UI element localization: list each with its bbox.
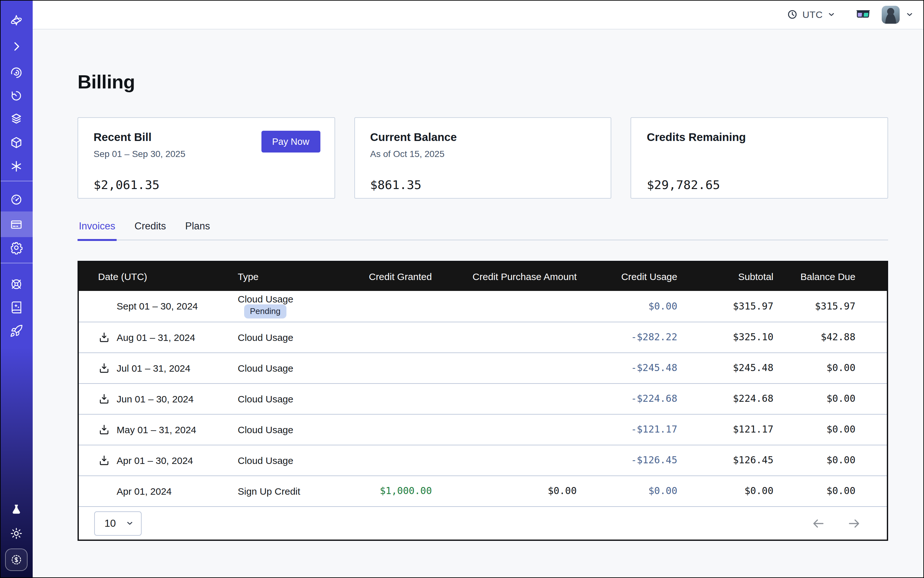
column-header-credit-granted: Credit Granted	[337, 262, 432, 291]
balance-due-value: $0.00	[773, 383, 887, 414]
download-invoice-button[interactable]	[98, 393, 111, 405]
billing-card-icon[interactable]	[0, 211, 32, 237]
summary-cards: Recent Bill Sep 01 – Sep 30, 2025 $2,061…	[78, 117, 888, 199]
arrow-left-icon	[811, 516, 825, 530]
user-avatar[interactable]	[882, 5, 900, 23]
credit-usage-value: -$224.68	[577, 383, 677, 414]
chevron-down-icon	[126, 519, 134, 528]
invoice-row: Sept 01 – 30, 2024Cloud UsagePending$0.0…	[79, 291, 887, 321]
main-content: Billing Recent Bill Sep 01 – Sep 30, 202…	[32, 29, 924, 578]
download-icon	[98, 331, 110, 343]
asterisk-icon[interactable]	[0, 155, 32, 177]
gauge-icon[interactable]	[0, 188, 32, 210]
subtotal-value: $0.00	[677, 476, 773, 506]
credit-granted-value: $1,000.00	[337, 476, 432, 506]
credit-purchase-value	[432, 445, 577, 476]
download-invoice-button[interactable]	[98, 454, 111, 466]
invoice-date-cell: Sept 01 – 30, 2024	[79, 291, 238, 321]
recent-bill-amount: $2,061.35	[94, 177, 159, 192]
invoice-row: Apr 01 – 30, 2024Cloud Usage-$126.45$126…	[79, 445, 887, 476]
layers-icon[interactable]	[0, 108, 32, 130]
invoice-date: Jul 01 – 31, 2024	[117, 362, 190, 373]
logo-orbit-icon[interactable]	[0, 10, 32, 31]
credit-purchase-value	[432, 352, 577, 383]
invoice-date: Apr 01, 2024	[117, 486, 172, 497]
credit-granted-value	[337, 414, 432, 445]
download-icon	[98, 454, 110, 466]
invoice-date: Aug 01 – 31, 2024	[117, 331, 195, 343]
subtotal-value: $245.48	[677, 352, 773, 383]
invoice-date: Jun 01 – 30, 2024	[117, 393, 193, 404]
invoice-type-cell: Cloud Usage	[238, 352, 337, 383]
credit-usage-value: -$126.45	[577, 445, 677, 476]
tab-credits[interactable]: Credits	[133, 221, 167, 241]
chevron-right-icon[interactable]	[0, 35, 32, 57]
column-header-date: Date (UTC)	[79, 262, 238, 291]
timer-history-icon[interactable]	[0, 84, 32, 106]
credit-usage-value: $0.00	[577, 291, 677, 321]
pagination: 10	[79, 506, 887, 539]
cube-icon[interactable]	[0, 132, 32, 153]
credit-granted-value	[337, 352, 432, 383]
account-menu-chevron-down-icon[interactable]	[905, 10, 914, 19]
invoice-type: Cloud Usage	[238, 424, 293, 435]
chevron-down-icon	[827, 10, 836, 19]
topbar: UTC	[32, 0, 924, 29]
sidebar	[0, 0, 32, 578]
scan-eye-icon[interactable]	[0, 62, 32, 83]
page-title: Billing	[78, 70, 888, 94]
invoice-type-cell: Cloud Usage	[238, 414, 337, 445]
invoice-row: Aug 01 – 31, 2024Cloud Usage-$282.22$325…	[79, 321, 887, 352]
sidebar-divider	[0, 181, 32, 181]
credit-usage-value: -$121.17	[577, 414, 677, 445]
invoice-date: Apr 01 – 30, 2024	[117, 455, 193, 466]
pay-now-button[interactable]: Pay Now	[261, 131, 320, 153]
invoice-type: Cloud Usage	[238, 455, 293, 466]
tab-plans[interactable]: Plans	[184, 221, 211, 241]
invoice-row: Jul 01 – 31, 2024Cloud Usage-$245.48$245…	[79, 352, 887, 383]
invoice-type: Sign Up Credit	[238, 486, 300, 497]
credits-remaining-amount: $29,782.65	[647, 177, 720, 192]
page-size-value: 10	[104, 518, 116, 529]
balance-due-value: $0.00	[773, 445, 887, 476]
balance-due-value: $0.00	[773, 414, 887, 445]
download-invoice-button[interactable]	[98, 331, 111, 343]
docs-book-sparkle-icon[interactable]	[0, 296, 32, 318]
table-header-row: Date (UTC) Type Credit Granted Credit Pu…	[79, 262, 887, 291]
invoice-table-body: Sept 01 – 30, 2024Cloud UsagePending$0.0…	[79, 291, 887, 506]
invoice-type-cell: Cloud UsagePending	[238, 291, 337, 321]
balance-due-value: $42.88	[773, 321, 887, 352]
download-invoice-button[interactable]	[98, 362, 111, 374]
theme-sun-icon[interactable]	[0, 522, 32, 544]
invoice-row: Jun 01 – 30, 2024Cloud Usage-$224.68$224…	[79, 383, 887, 414]
flask-icon[interactable]	[0, 498, 32, 520]
rewards-dollar-badge-icon[interactable]	[5, 549, 28, 571]
subtotal-value: $325.10	[677, 321, 773, 352]
balance-due-value: $0.00	[773, 352, 887, 383]
timezone-selector[interactable]: UTC	[787, 9, 836, 20]
download-invoice-button[interactable]	[98, 423, 111, 435]
recent-bill-card: Recent Bill Sep 01 – Sep 30, 2025 $2,061…	[78, 117, 335, 199]
page-size-select[interactable]: 10	[94, 511, 141, 536]
clock-icon	[787, 9, 798, 20]
invoice-type-cell: Cloud Usage	[238, 383, 337, 414]
invoice-date-cell: Aug 01 – 31, 2024	[79, 321, 238, 352]
credit-granted-value	[337, 383, 432, 414]
prev-page-button[interactable]	[811, 516, 825, 530]
credit-purchase-value	[432, 321, 577, 352]
download-icon	[98, 423, 110, 435]
download-icon	[98, 393, 110, 405]
rocket-icon[interactable]	[0, 320, 32, 341]
column-header-credit-usage: Credit Usage	[577, 262, 677, 291]
tab-invoices[interactable]: Invoices	[78, 221, 117, 241]
next-page-button[interactable]	[847, 516, 861, 530]
invoice-type-cell: Sign Up Credit	[238, 476, 337, 506]
invoice-date-cell: Jun 01 – 30, 2024	[79, 383, 238, 414]
status-badge: Pending	[244, 305, 286, 319]
subtotal-value: $224.68	[677, 383, 773, 414]
settings-gear-icon[interactable]	[0, 237, 32, 258]
3d-glasses-icon[interactable]	[855, 9, 872, 20]
balance-due-value: $315.97	[773, 291, 887, 321]
invoice-type: Cloud Usage	[238, 393, 293, 404]
wheel-icon[interactable]	[0, 273, 32, 295]
